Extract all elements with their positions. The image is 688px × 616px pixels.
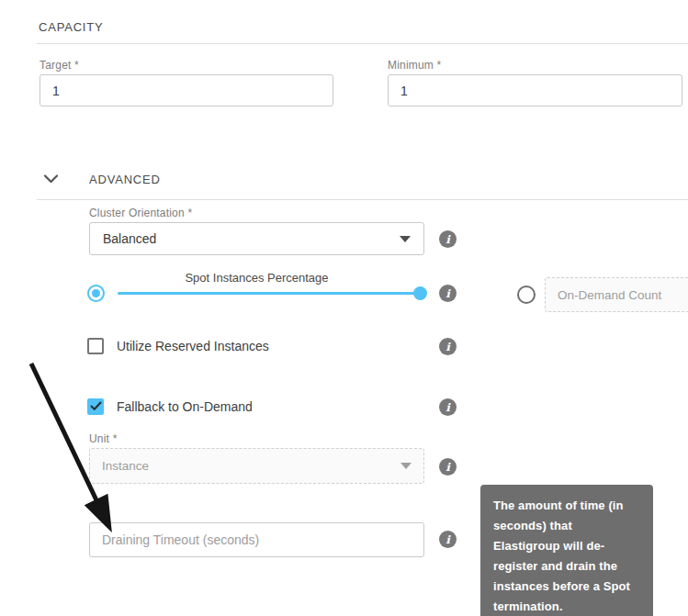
- unit-value: Instance: [102, 459, 149, 473]
- chevron-down-icon[interactable]: [43, 172, 59, 188]
- fallback-on-demand-info-icon[interactable]: i: [439, 398, 457, 416]
- capacity-divider: [37, 43, 688, 44]
- spot-percentage-info-icon[interactable]: i: [439, 285, 457, 302]
- fallback-on-demand-checkbox[interactable]: [87, 398, 104, 415]
- draining-timeout-input[interactable]: [102, 532, 412, 547]
- target-input[interactable]: [52, 84, 321, 98]
- unit-select: Instance: [89, 448, 424, 484]
- spot-percentage-slider-thumb[interactable]: [413, 286, 427, 300]
- utilize-reserved-info-icon[interactable]: i: [439, 338, 457, 355]
- advanced-divider: [37, 199, 688, 200]
- draining-timeout-info-icon[interactable]: i: [439, 531, 457, 548]
- draining-timeout-tooltip: The amount of time (in seconds) that Ela…: [480, 485, 653, 616]
- on-demand-count-field: On-Demand Count: [545, 277, 688, 312]
- radio-dot: [92, 289, 100, 297]
- cluster-orientation-info-icon[interactable]: i: [439, 230, 457, 248]
- cluster-orientation-value: Balanced: [103, 231, 156, 246]
- draining-timeout-field[interactable]: [89, 522, 424, 557]
- cluster-orientation-select[interactable]: Balanced: [89, 222, 424, 255]
- minimum-input[interactable]: [400, 84, 670, 98]
- unit-label: Unit *: [89, 432, 118, 445]
- spot-percentage-slider[interactable]: [118, 292, 421, 295]
- target-field[interactable]: [39, 74, 333, 106]
- checkmark-icon: [90, 398, 102, 415]
- on-demand-count-placeholder: On-Demand Count: [558, 288, 661, 302]
- minimum-field[interactable]: [388, 74, 682, 106]
- spot-percentage-label: Spot Instances Percentage: [89, 271, 424, 285]
- target-label: Target *: [39, 59, 79, 72]
- on-demand-count-radio[interactable]: [517, 286, 536, 304]
- fallback-on-demand-label[interactable]: Fallback to On-Demand: [117, 399, 253, 414]
- minimum-label: Minimum *: [388, 59, 441, 72]
- utilize-reserved-label[interactable]: Utilize Reserved Instances: [117, 339, 269, 353]
- capacity-section-title: CAPACITY: [39, 20, 103, 34]
- advanced-section-title[interactable]: ADVANCED: [89, 173, 161, 186]
- cluster-orientation-label: Cluster Orientation *: [89, 207, 192, 219]
- dropdown-caret-icon: [400, 463, 412, 469]
- spot-percentage-radio[interactable]: [87, 285, 105, 302]
- dropdown-caret-icon: [400, 236, 411, 242]
- unit-info-icon[interactable]: i: [439, 458, 457, 476]
- utilize-reserved-checkbox[interactable]: [87, 338, 104, 354]
